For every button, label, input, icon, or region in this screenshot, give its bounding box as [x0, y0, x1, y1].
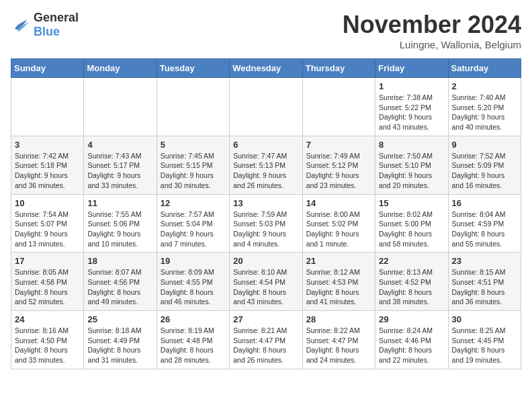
day-number: 7	[306, 140, 371, 150]
day-info: Sunrise: 8:07 AM Sunset: 4:56 PM Dayligh…	[87, 267, 152, 307]
day-info: Sunrise: 7:57 AM Sunset: 5:04 PM Dayligh…	[161, 210, 226, 249]
day-info: Sunrise: 7:38 AM Sunset: 5:22 PM Dayligh…	[379, 93, 444, 132]
weekday-header-sunday: Sunday	[11, 59, 84, 78]
day-number: 22	[379, 256, 444, 266]
day-info: Sunrise: 8:04 AM Sunset: 4:59 PM Dayligh…	[452, 210, 517, 249]
day-info: Sunrise: 8:22 AM Sunset: 4:47 PM Dayligh…	[306, 326, 371, 365]
day-number: 6	[233, 140, 298, 150]
day-number: 3	[15, 140, 80, 150]
calendar-day-cell: 11Sunrise: 7:55 AM Sunset: 5:06 PM Dayli…	[84, 194, 157, 253]
calendar-day-cell: 17Sunrise: 8:05 AM Sunset: 4:58 PM Dayli…	[11, 253, 84, 311]
calendar-week-row: 10Sunrise: 7:54 AM Sunset: 5:07 PM Dayli…	[11, 194, 521, 253]
day-info: Sunrise: 8:05 AM Sunset: 4:58 PM Dayligh…	[15, 267, 80, 307]
day-number: 17	[15, 256, 80, 266]
day-number: 10	[15, 198, 80, 208]
day-number: 29	[379, 314, 444, 324]
calendar-day-cell: 24Sunrise: 8:16 AM Sunset: 4:50 PM Dayli…	[11, 311, 84, 369]
day-info: Sunrise: 8:02 AM Sunset: 5:00 PM Dayligh…	[379, 210, 444, 249]
weekday-header-monday: Monday	[84, 59, 157, 78]
day-info: Sunrise: 7:52 AM Sunset: 5:09 PM Dayligh…	[452, 151, 517, 191]
day-number: 9	[452, 140, 517, 150]
day-info: Sunrise: 7:55 AM Sunset: 5:06 PM Dayligh…	[87, 210, 152, 249]
day-info: Sunrise: 7:49 AM Sunset: 5:12 PM Dayligh…	[306, 151, 371, 191]
calendar-day-cell: 21Sunrise: 8:12 AM Sunset: 4:53 PM Dayli…	[302, 253, 375, 311]
day-number: 4	[87, 140, 152, 150]
calendar-week-row: 24Sunrise: 8:16 AM Sunset: 4:50 PM Dayli…	[11, 311, 521, 369]
day-number: 14	[306, 198, 371, 208]
calendar-week-row: 1Sunrise: 7:38 AM Sunset: 5:22 PM Daylig…	[11, 78, 521, 136]
logo-bird-icon	[11, 15, 31, 35]
calendar-day-cell: 3Sunrise: 7:42 AM Sunset: 5:18 PM Daylig…	[11, 136, 84, 194]
day-info: Sunrise: 7:45 AM Sunset: 5:15 PM Dayligh…	[161, 151, 226, 191]
day-info: Sunrise: 7:43 AM Sunset: 5:17 PM Dayligh…	[87, 151, 152, 191]
weekday-header-wednesday: Wednesday	[230, 59, 302, 78]
day-info: Sunrise: 8:18 AM Sunset: 4:49 PM Dayligh…	[87, 326, 152, 365]
day-info: Sunrise: 8:15 AM Sunset: 4:51 PM Dayligh…	[452, 267, 517, 307]
calendar-day-cell: 8Sunrise: 7:50 AM Sunset: 5:10 PM Daylig…	[375, 136, 448, 194]
day-number: 21	[306, 256, 371, 266]
day-number: 20	[233, 256, 298, 266]
location-subtitle: Luingne, Wallonia, Belgium	[343, 39, 521, 50]
day-number: 2	[452, 81, 517, 91]
calendar-week-row: 3Sunrise: 7:42 AM Sunset: 5:18 PM Daylig…	[11, 136, 521, 194]
day-info: Sunrise: 7:59 AM Sunset: 5:03 PM Dayligh…	[233, 210, 298, 249]
calendar-day-cell: 7Sunrise: 7:49 AM Sunset: 5:12 PM Daylig…	[302, 136, 375, 194]
calendar-day-cell: 15Sunrise: 8:02 AM Sunset: 5:00 PM Dayli…	[375, 194, 448, 253]
day-info: Sunrise: 8:25 AM Sunset: 4:45 PM Dayligh…	[452, 326, 517, 365]
logo: General Blue	[11, 11, 79, 39]
day-info: Sunrise: 8:24 AM Sunset: 4:46 PM Dayligh…	[379, 326, 444, 365]
calendar-day-cell	[157, 78, 229, 136]
day-number: 16	[452, 198, 517, 208]
calendar-day-cell: 29Sunrise: 8:24 AM Sunset: 4:46 PM Dayli…	[375, 311, 448, 369]
day-info: Sunrise: 8:13 AM Sunset: 4:52 PM Dayligh…	[379, 267, 444, 307]
calendar-day-cell	[230, 78, 302, 136]
title-block: November 2024 Luingne, Wallonia, Belgium	[343, 11, 521, 50]
day-number: 8	[379, 140, 444, 150]
calendar-day-cell	[302, 78, 375, 136]
day-number: 13	[233, 198, 298, 208]
calendar-table: SundayMondayTuesdayWednesdayThursdayFrid…	[11, 58, 521, 369]
calendar-day-cell: 19Sunrise: 8:09 AM Sunset: 4:55 PM Dayli…	[157, 253, 229, 311]
calendar-day-cell: 12Sunrise: 7:57 AM Sunset: 5:04 PM Dayli…	[157, 194, 229, 253]
day-number: 15	[379, 198, 444, 208]
calendar-day-cell	[11, 78, 84, 136]
day-number: 18	[87, 256, 152, 266]
day-number: 30	[452, 314, 517, 324]
calendar-day-cell: 1Sunrise: 7:38 AM Sunset: 5:22 PM Daylig…	[375, 78, 448, 136]
day-info: Sunrise: 7:50 AM Sunset: 5:10 PM Dayligh…	[379, 151, 444, 191]
weekday-header-tuesday: Tuesday	[157, 59, 229, 78]
day-info: Sunrise: 7:47 AM Sunset: 5:13 PM Dayligh…	[233, 151, 298, 191]
logo-general-text: General	[34, 11, 79, 24]
day-number: 28	[306, 314, 371, 324]
day-number: 12	[161, 198, 226, 208]
calendar-day-cell: 16Sunrise: 8:04 AM Sunset: 4:59 PM Dayli…	[448, 194, 521, 253]
calendar-day-cell: 28Sunrise: 8:22 AM Sunset: 4:47 PM Dayli…	[302, 311, 375, 369]
calendar-day-cell	[84, 78, 157, 136]
day-number: 27	[233, 314, 298, 324]
header: General Blue November 2024 Luingne, Wall…	[11, 11, 521, 50]
day-info: Sunrise: 8:10 AM Sunset: 4:54 PM Dayligh…	[233, 267, 298, 307]
calendar-day-cell: 4Sunrise: 7:43 AM Sunset: 5:17 PM Daylig…	[84, 136, 157, 194]
calendar-day-cell: 30Sunrise: 8:25 AM Sunset: 4:45 PM Dayli…	[448, 311, 521, 369]
calendar-day-cell: 6Sunrise: 7:47 AM Sunset: 5:13 PM Daylig…	[230, 136, 302, 194]
logo-blue-text: Blue	[34, 25, 60, 38]
day-info: Sunrise: 8:19 AM Sunset: 4:48 PM Dayligh…	[161, 326, 226, 365]
weekday-header-friday: Friday	[375, 59, 448, 78]
calendar-day-cell: 10Sunrise: 7:54 AM Sunset: 5:07 PM Dayli…	[11, 194, 84, 253]
calendar-day-cell: 14Sunrise: 8:00 AM Sunset: 5:02 PM Dayli…	[302, 194, 375, 253]
calendar-day-cell: 20Sunrise: 8:10 AM Sunset: 4:54 PM Dayli…	[230, 253, 302, 311]
day-info: Sunrise: 8:21 AM Sunset: 4:47 PM Dayligh…	[233, 326, 298, 365]
day-number: 26	[161, 314, 226, 324]
calendar-day-cell: 22Sunrise: 8:13 AM Sunset: 4:52 PM Dayli…	[375, 253, 448, 311]
day-info: Sunrise: 8:09 AM Sunset: 4:55 PM Dayligh…	[161, 267, 226, 307]
calendar-day-cell: 13Sunrise: 7:59 AM Sunset: 5:03 PM Dayli…	[230, 194, 302, 253]
calendar-day-cell: 26Sunrise: 8:19 AM Sunset: 4:48 PM Dayli…	[157, 311, 229, 369]
calendar-day-cell: 9Sunrise: 7:52 AM Sunset: 5:09 PM Daylig…	[448, 136, 521, 194]
day-number: 5	[161, 140, 226, 150]
day-number: 11	[87, 198, 152, 208]
day-info: Sunrise: 8:16 AM Sunset: 4:50 PM Dayligh…	[15, 326, 80, 365]
calendar-day-cell: 2Sunrise: 7:40 AM Sunset: 5:20 PM Daylig…	[448, 78, 521, 136]
day-number: 24	[15, 314, 80, 324]
month-title: November 2024	[343, 11, 521, 39]
weekday-header-thursday: Thursday	[302, 59, 375, 78]
